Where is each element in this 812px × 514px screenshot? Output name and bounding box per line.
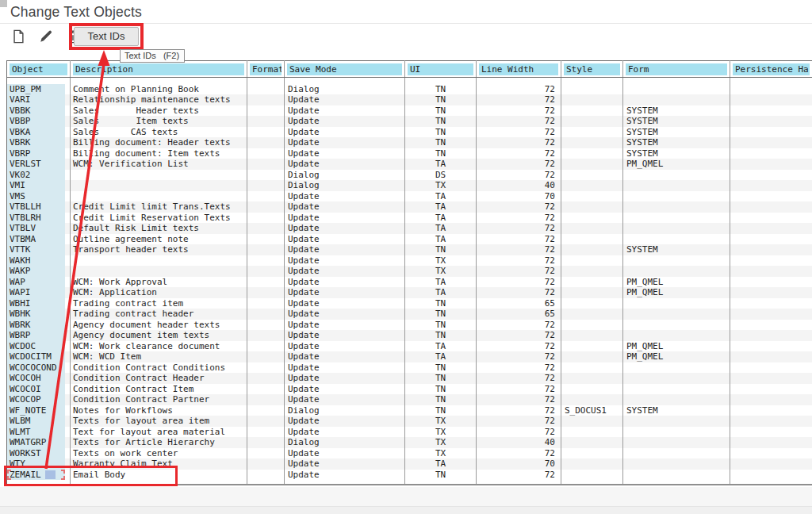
cell-ui[interactable]: TA [405,213,477,224]
cell-style[interactable] [561,437,623,448]
cell-style[interactable] [561,362,623,374]
cell-style[interactable]: S_DOCUS1 [561,405,623,416]
cell-style[interactable] [561,309,623,320]
cell-save_mode[interactable]: Update [285,394,405,405]
cell-object[interactable]: VBBP [7,116,71,127]
cell-object[interactable]: WBRP [7,330,71,341]
cell-object[interactable]: WCOCOCOND [7,362,71,374]
cell-form[interactable]: PM_QMEL [623,287,730,298]
cell-description[interactable]: Transport header texts [71,244,247,255]
cell-line_width[interactable]: 72 [477,448,561,459]
cell-description[interactable]: WCM: Work Approval [71,277,247,288]
cell-description[interactable]: Outline agreement note [71,234,247,245]
cell-form[interactable] [623,201,730,213]
cell-line_width[interactable]: 72 [477,127,561,138]
column-header-style[interactable]: Style [561,61,623,78]
cell-line_width[interactable]: 72 [477,320,561,331]
cell-format[interactable] [247,84,285,95]
cell-ui[interactable]: TA [405,201,477,213]
cell-format[interactable] [247,244,285,255]
cell-object[interactable]: VBRP [7,148,71,159]
cell-style[interactable] [561,148,623,159]
cell-description[interactable] [71,191,247,202]
cell-persistence[interactable] [730,266,812,277]
cell-line_width[interactable]: 72 [477,116,561,127]
cell-description[interactable] [71,180,247,191]
cell-save_mode[interactable]: Update [285,148,405,159]
cell-description[interactable]: Credit Limit limit Trans.Texts [71,201,247,213]
cell-format[interactable] [247,405,285,416]
cell-style[interactable] [561,266,623,277]
cell-line_width[interactable]: 72 [477,330,561,341]
cell-style[interactable] [561,341,623,352]
cell-style[interactable] [561,105,623,117]
cell-style[interactable] [561,373,623,384]
cell-save_mode[interactable]: Dialog [285,437,405,448]
cell-style[interactable] [561,255,623,267]
cell-object[interactable]: VTBLLH [7,201,71,213]
edit-button[interactable] [36,26,56,47]
cell-description[interactable]: Text for layout area material [71,427,247,438]
table-row[interactable]: VK02DialogDS72 [7,170,812,181]
column-header-line-width[interactable]: Line Width [477,61,561,78]
cell-persistence[interactable] [730,330,812,341]
cell-persistence[interactable] [730,437,812,448]
cell-persistence[interactable] [730,351,812,362]
table-row[interactable]: WF_NOTENotes for WorkflowsDialogTN72S_DO… [7,405,812,416]
cell-format[interactable] [247,394,285,405]
cell-persistence[interactable] [730,470,812,481]
cell-style[interactable] [561,287,623,298]
cell-object[interactable]: VTTK [7,244,71,255]
cell-persistence[interactable] [730,298,812,309]
cell-form[interactable] [623,84,730,95]
cell-line_width[interactable]: 72 [477,394,561,405]
cell-ui[interactable]: TN [405,84,477,95]
cell-ui[interactable]: TN [405,137,477,148]
cell-description[interactable]: Sales CAS texts [71,127,247,138]
cell-description[interactable] [71,255,247,267]
cell-form[interactable]: SYSTEM [623,137,730,148]
cell-object[interactable]: WAPI [7,287,71,298]
cell-format[interactable] [247,148,285,159]
new-document-button[interactable] [8,26,29,47]
table-row[interactable]: WCOCOPCondition Contract PartnerUpdateTN… [7,394,812,405]
cell-persistence[interactable] [730,180,812,191]
cell-ui[interactable]: TN [405,116,477,127]
cell-save_mode[interactable]: Update [285,416,405,427]
cell-format[interactable] [247,94,285,105]
cell-description[interactable]: WCM: WCD Item [71,351,247,362]
cell-object[interactable]: WLBM [7,416,71,427]
table-row[interactable]: WBHKTrading contract headerUpdateTN65 [7,309,812,320]
cell-object[interactable]: WBRK [7,320,71,331]
cell-form[interactable] [623,298,730,309]
cell-ui[interactable]: TN [405,298,477,309]
cell-form[interactable]: SYSTEM [623,105,730,117]
cell-line_width[interactable]: 40 [477,437,561,448]
column-header-description[interactable]: Description [71,61,247,78]
cell-persistence[interactable] [730,127,812,138]
cell-persistence[interactable] [730,341,812,352]
cell-style[interactable] [561,127,623,138]
cell-object[interactable]: WCDOC [7,341,71,352]
cell-description[interactable]: Texts on work center [71,448,247,459]
cell-form[interactable]: PM_QMEL [623,341,730,352]
table-row[interactable]: VBRPBilling document: Item textsUpdateTN… [7,148,812,159]
cell-form[interactable]: SYSTEM [623,148,730,159]
table-row[interactable]: WLBMTexts for layout area itemUpdateTX72 [7,416,812,427]
cell-form[interactable] [623,384,730,395]
cell-persistence[interactable] [730,223,812,234]
cell-line_width[interactable]: 72 [477,266,561,277]
cell-form[interactable] [623,416,730,427]
cell-line_width[interactable]: 70 [477,191,561,202]
cell-form[interactable] [623,427,730,438]
cell-description[interactable]: Condition Contract Conditions [71,362,247,374]
cell-ui[interactable]: TN [405,127,477,138]
cell-object[interactable]: WTY [7,458,71,470]
cell-ui[interactable]: TA [405,351,477,362]
cell-save_mode[interactable]: Update [285,105,405,117]
cell-form[interactable] [623,255,730,267]
table-row[interactable]: VTBMAOutline agreement noteUpdateTA72 [7,234,812,245]
cell-style[interactable] [561,416,623,427]
table-row[interactable]: WCOCOHCondition Contract HeaderUpdateTN7… [7,373,812,384]
cell-format[interactable] [247,416,285,427]
